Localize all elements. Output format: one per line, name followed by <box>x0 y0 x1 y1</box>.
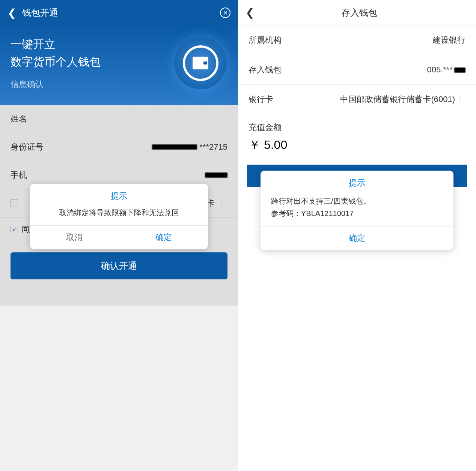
dialog-error: 提示 跨行对出不支持三/四类钱包。 参考码：YBLA12110017 确定 <box>261 171 453 250</box>
row-wallet[interactable]: 存入钱包 005.*** <box>238 55 476 85</box>
dialog-message: 取消绑定将导致限额下降和无法兑回 <box>30 205 208 225</box>
amount-label: 充值金额 <box>238 114 476 137</box>
wallet-value: 005.*** <box>301 65 465 75</box>
amount-value: ￥ 5.00 <box>238 137 476 165</box>
row-org: 所属机构 建设银行 <box>238 26 476 55</box>
header: ❮ 存入钱包 <box>238 0 476 26</box>
phone-value <box>63 170 227 180</box>
wallet-label: 存入钱包 <box>249 64 301 75</box>
dialog-title: 提示 <box>261 171 453 192</box>
close-icon[interactable]: ✕ <box>220 8 230 18</box>
card-label: 银行卡 <box>249 94 301 105</box>
chevron-right-icon: 〉 <box>458 94 465 105</box>
page-title: 存入钱包 <box>250 7 468 19</box>
org-label: 所属机构 <box>249 34 301 46</box>
screen-deposit: ❮ 存入钱包 所属机构 建设银行 存入钱包 005.*** 银行卡 中国邮政储蓄… <box>238 0 476 471</box>
phone-label: 手机 <box>11 170 63 181</box>
hero-banner: 一键开立 数字货币个人钱包 信息确认 <box>0 26 238 105</box>
dialog-title: 提示 <box>30 184 208 205</box>
id-label: 身份证号 <box>11 141 63 153</box>
wallet-icon <box>183 45 218 81</box>
confirm-open-button[interactable]: 确认开通 <box>11 252 227 279</box>
back-icon[interactable]: ❮ <box>8 7 16 19</box>
dialog-buttons: 取消 确定 <box>30 225 208 249</box>
row-id[interactable]: 身份证号 ***2715 <box>0 133 238 161</box>
svg-rect-1 <box>203 62 207 64</box>
card-value: 中国邮政储蓄银行储蓄卡(6001) <box>301 94 455 105</box>
dialog-body: 跨行对出不支持三/四类钱包。 参考码：YBLA12110017 <box>261 192 453 226</box>
ok-button[interactable]: 确定 <box>261 226 453 250</box>
cancel-button[interactable]: 取消 <box>30 226 119 249</box>
wallet-badge <box>174 37 227 89</box>
agree-checkbox[interactable]: ✓ <box>11 226 18 233</box>
dialog-line2: 参考码：YBLA12110017 <box>271 208 443 219</box>
dialog-unbind-warning: 提示 取消绑定将导致限额下降和无法兑回 取消 确定 <box>30 184 208 249</box>
page-title: 钱包开通 <box>22 7 220 19</box>
header: ❮ 钱包开通 ✕ <box>0 0 238 26</box>
row-card[interactable]: 银行卡 中国邮政储蓄银行储蓄卡(6001) 〉 <box>238 85 476 114</box>
bind-checkbox[interactable] <box>11 200 18 207</box>
org-value: 建设银行 <box>301 34 465 46</box>
screen-wallet-open: ❮ 钱包开通 ✕ 一键开立 数字货币个人钱包 信息确认 姓名 身份证号 ***2… <box>0 0 238 471</box>
row-name[interactable]: 姓名 <box>0 105 238 133</box>
name-label: 姓名 <box>11 113 63 124</box>
dialog-line1: 跨行对出不支持三/四类钱包。 <box>271 196 443 206</box>
id-value: ***2715 <box>63 142 227 152</box>
ok-button[interactable]: 确定 <box>119 226 208 249</box>
